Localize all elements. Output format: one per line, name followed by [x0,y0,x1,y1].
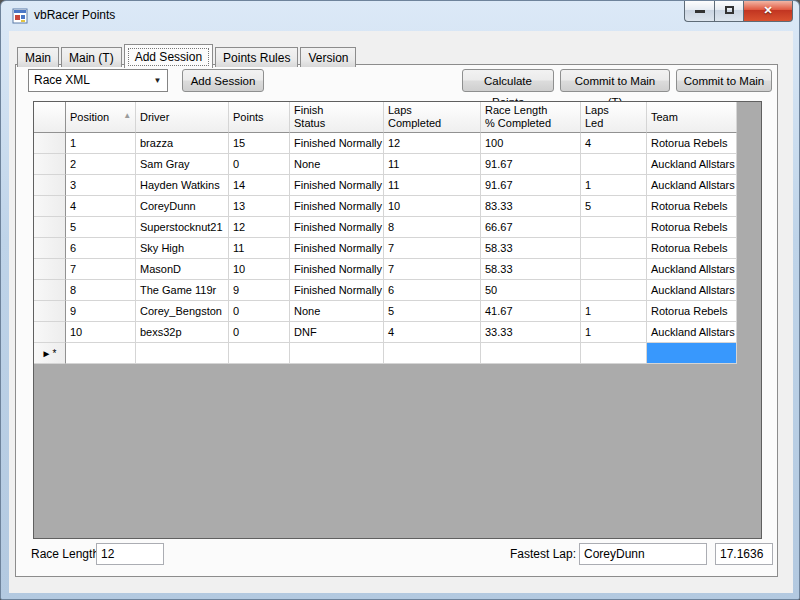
grid-cell[interactable]: Auckland Allstars [647,175,737,196]
row-header-cell[interactable] [34,175,66,196]
grid-cell[interactable]: Rotorua Rebels [647,238,737,259]
grid-cell[interactable]: Hayden Watkins [136,175,229,196]
row-header-cell[interactable] [34,322,66,343]
column-header[interactable]: Laps Led [581,102,647,133]
grid-cell[interactable]: Rotorua Rebels [647,133,737,154]
row-header-cell[interactable] [34,259,66,280]
grid-cell[interactable]: 11 [229,238,290,259]
row-header-corner[interactable] [34,102,66,133]
row-header-cell[interactable] [34,280,66,301]
grid-cell[interactable]: 4 [384,322,481,343]
grid-cell[interactable] [229,343,290,364]
grid-cell[interactable]: 4 [66,196,136,217]
grid-cell[interactable]: Auckland Allstars [647,322,737,343]
selected-grid-cell[interactable] [647,343,737,364]
grid-cell[interactable]: Sam Gray [136,154,229,175]
row-header-cell[interactable] [34,301,66,322]
column-header[interactable]: Driver [136,102,229,133]
grid-cell[interactable]: 58.33 [481,238,581,259]
grid-cell[interactable]: 1 [66,133,136,154]
grid-cell[interactable]: Finished Normally [290,238,384,259]
title-bar[interactable]: vbRacer Points [1,1,799,31]
column-header[interactable]: Position▲ [66,102,136,133]
column-header[interactable]: Team [647,102,737,133]
grid-cell[interactable]: Auckland Allstars [647,259,737,280]
grid-cell[interactable] [66,343,136,364]
grid-cell[interactable]: Rotorua Rebels [647,217,737,238]
grid-cell[interactable]: 10 [384,196,481,217]
grid-cell[interactable]: 11 [384,175,481,196]
tab-version[interactable]: Version [300,47,356,67]
grid-cell[interactable]: 5 [66,217,136,238]
grid-cell[interactable]: 0 [229,154,290,175]
grid-cell[interactable]: 1 [581,301,647,322]
grid-cell[interactable]: 58.33 [481,259,581,280]
grid-cell[interactable]: 6 [384,280,481,301]
grid-cell[interactable]: 0 [229,322,290,343]
grid-cell[interactable]: CoreyDunn [136,196,229,217]
grid-cell[interactable]: 12 [229,217,290,238]
grid-cell[interactable]: bexs32p [136,322,229,343]
race-length-field[interactable]: 12 [96,543,164,565]
grid-cell[interactable]: Auckland Allstars [647,154,737,175]
grid-cell[interactable]: Finished Normally [290,280,384,301]
grid-cell[interactable]: 4 [581,133,647,154]
grid-cell[interactable]: 6 [66,238,136,259]
grid-cell[interactable] [581,280,647,301]
grid-cell[interactable]: 83.33 [481,196,581,217]
grid-cell[interactable]: 13 [229,196,290,217]
session-type-dropdown[interactable]: Race XML ▼ [28,69,168,92]
grid-cell[interactable] [481,343,581,364]
grid-cell[interactable]: Superstocknut21 [136,217,229,238]
grid-cell[interactable]: 66.67 [481,217,581,238]
tab-add-session[interactable]: Add Session [124,44,213,68]
add-session-button[interactable]: Add Session [182,69,264,92]
grid-cell[interactable]: 2 [66,154,136,175]
grid-cell[interactable] [384,343,481,364]
grid-cell[interactable]: Corey_Bengston [136,301,229,322]
column-header[interactable]: Points [229,102,290,133]
grid-cell[interactable]: 12 [384,133,481,154]
grid-cell[interactable]: 3 [66,175,136,196]
grid-cell[interactable]: brazza [136,133,229,154]
grid-cell[interactable]: Rotorua Rebels [647,196,737,217]
row-header-cell[interactable] [34,217,66,238]
grid-cell[interactable]: 1 [581,322,647,343]
column-header[interactable]: Race Length % Completed [481,102,581,133]
minimize-button[interactable] [684,1,714,22]
new-row-header-cell[interactable]: ►* [34,343,66,364]
grid-cell[interactable]: 15 [229,133,290,154]
grid-cell[interactable]: MasonD [136,259,229,280]
grid-cell[interactable]: 33.33 [481,322,581,343]
fastest-lap-time-field[interactable]: 17.1636 [715,543,773,565]
close-button[interactable]: ✕ [744,1,793,22]
grid-cell[interactable]: 8 [66,280,136,301]
grid-cell[interactable]: Finished Normally [290,133,384,154]
commit-to-main-button[interactable]: Commit to Main [676,69,772,92]
grid-cell[interactable] [581,343,647,364]
grid-cell[interactable]: None [290,154,384,175]
grid-cell[interactable]: Finished Normally [290,217,384,238]
grid-cell[interactable]: 10 [229,259,290,280]
column-header[interactable]: Finish Status [290,102,384,133]
grid-cell[interactable] [136,343,229,364]
grid-cell[interactable]: None [290,301,384,322]
row-header-cell[interactable] [34,196,66,217]
grid-cell[interactable]: 50 [481,280,581,301]
grid-cell[interactable]: Auckland Allstars [647,280,737,301]
grid-cell[interactable] [581,217,647,238]
grid-cell[interactable]: 10 [66,322,136,343]
grid-cell[interactable]: 91.67 [481,175,581,196]
grid-cell[interactable]: 7 [384,259,481,280]
grid-cell[interactable]: Finished Normally [290,196,384,217]
calculate-points-button[interactable]: Calculate Points [462,69,554,92]
row-header-cell[interactable] [34,133,66,154]
grid-cell[interactable] [290,343,384,364]
maximize-button[interactable] [714,1,744,22]
grid-cell[interactable]: 9 [229,280,290,301]
column-header[interactable]: Laps Completed [384,102,481,133]
grid-cell[interactable]: 0 [229,301,290,322]
grid-cell[interactable]: Finished Normally [290,175,384,196]
grid-cell[interactable] [581,238,647,259]
grid-cell[interactable]: DNF [290,322,384,343]
